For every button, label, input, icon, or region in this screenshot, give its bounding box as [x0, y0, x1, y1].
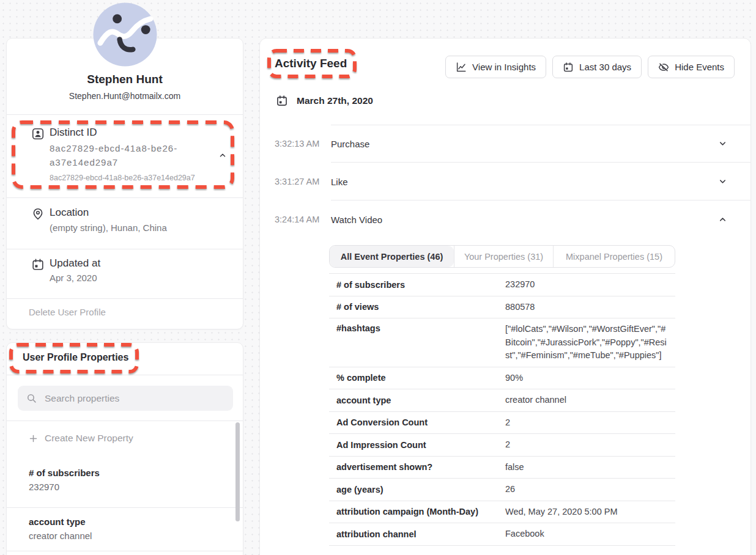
property-name: # of views — [329, 302, 505, 312]
event-row[interactable]: 3:24:14 AM Watch Video — [260, 200, 750, 238]
distinct-id-sub-value: 8ac27829-ebcd-41a8-be26-a37e14ed29a7 — [50, 174, 195, 182]
property-value: creator channel — [29, 531, 92, 541]
properties-panel-title: User Profile Properties — [23, 352, 128, 363]
divider — [7, 551, 243, 551]
table-row: Ad Conversion Count 2 — [329, 412, 675, 435]
feed-date-header: March 27th, 2020 — [276, 95, 373, 107]
mixpanel-user-profile-page: { "colors": { "annotation_red": "#f2503d… — [0, 0, 756, 555]
location-label: Location — [50, 207, 89, 219]
property-value: 90% — [505, 367, 675, 389]
property-value: ["#lolCats","#Wilson","#WorstGiftEver","… — [505, 318, 675, 367]
property-name: Ad Conversion Count — [329, 417, 505, 427]
table-row: advertisement shown? false — [329, 457, 675, 479]
hide-events-label: Hide Events — [675, 62, 724, 72]
property-value: 232970 — [505, 274, 675, 296]
table-row: #hashtags ["#lolCats","#Wilson","#WorstG… — [329, 318, 675, 367]
updated-at-label: Updated at — [50, 257, 100, 270]
table-row: age (years) 26 — [329, 479, 675, 501]
distinct-id-value: 8ac27829-ebcd-41a8-be26- a37e14ed29a7 — [50, 141, 209, 169]
property-name: % complete — [329, 373, 505, 383]
event-time: 3:32:13 AM — [275, 139, 319, 149]
chevron-up-icon[interactable] — [718, 215, 727, 224]
event-name: Purchase — [331, 139, 369, 149]
property-value: 880578 — [505, 296, 675, 318]
create-new-property-label: Create New Property — [45, 433, 133, 444]
user-profile-properties-card: User Profile Properties Create New Prope… — [6, 342, 243, 555]
property-name: #hashtags — [329, 318, 505, 333]
property-name: account type — [29, 516, 86, 527]
chevron-down-icon[interactable] — [718, 139, 727, 149]
location-value: (empty string), Hunan, China — [50, 222, 167, 233]
chevron-down-icon[interactable] — [718, 177, 727, 186]
date-range-button[interactable]: Last 30 days — [552, 56, 642, 78]
table-row: account type creator channel — [329, 389, 675, 412]
event-properties-tabs: All Event Properties (46) Your Propertie… — [329, 245, 675, 268]
property-value: Wed, May 27, 2020 5:00 PM — [505, 501, 675, 523]
event-name: Watch Video — [331, 215, 382, 225]
eye-off-icon — [658, 62, 669, 73]
distinct-id-value-line1: 8ac27829-ebcd-41a8-be26- — [50, 141, 209, 155]
divider — [7, 249, 243, 249]
divider — [7, 375, 243, 375]
create-new-property-button[interactable]: Create New Property — [29, 433, 133, 444]
view-in-insights-label: View in Insights — [472, 62, 536, 72]
event-row[interactable]: 3:32:13 AM Purchase — [260, 125, 750, 163]
id-badge-icon — [31, 127, 45, 141]
property-value: creator channel — [505, 389, 675, 411]
scrollbar-thumb[interactable] — [235, 422, 240, 521]
table-row: attribution channel Facebook — [329, 523, 675, 546]
date-range-label: Last 30 days — [579, 62, 631, 72]
delete-user-profile-button[interactable]: Delete User Profile — [29, 307, 106, 317]
divider — [7, 197, 243, 198]
feed-date-text: March 27th, 2020 — [297, 95, 373, 106]
tab-all-event-properties[interactable]: All Event Properties (46) — [330, 246, 454, 267]
feed-toolbar: View in Insights Last 30 days Hide Event… — [445, 56, 735, 78]
map-pin-icon — [31, 207, 45, 221]
divider — [7, 421, 243, 421]
event-detail-panel: All Event Properties (46) Your Propertie… — [329, 245, 675, 546]
property-name: attribution channel — [329, 529, 505, 539]
activity-feed-card: Activity Feed View in Insights Last 30 d… — [259, 38, 751, 555]
view-in-insights-button[interactable]: View in Insights — [445, 56, 546, 78]
calendar-icon — [563, 62, 574, 73]
event-time: 3:31:27 AM — [275, 177, 319, 186]
updated-at-value: Apr 3, 2020 — [50, 273, 97, 283]
divider — [7, 114, 243, 115]
property-value: 2 — [505, 434, 675, 456]
user-name: Stephen Hunt — [7, 73, 243, 86]
divider — [7, 507, 243, 508]
table-row: # of subscribers 232970 — [329, 274, 675, 296]
property-value: 232970 — [29, 482, 59, 492]
tab-mixpanel-properties[interactable]: Mixpanel Properties (15) — [553, 246, 675, 267]
table-row: attribution campaign (Month-Day) Wed, Ma… — [329, 501, 675, 524]
property-name: # of subscribers — [29, 468, 100, 478]
calendar-icon — [276, 95, 288, 107]
event-properties-table: # of subscribers 232970 # of views 88057… — [329, 273, 675, 546]
line-chart-icon — [456, 62, 467, 73]
calendar-icon — [31, 258, 45, 271]
table-row: Ad Impression Count 2 — [329, 434, 675, 457]
user-profile-card: Stephen Hunt Stephen.Hunt@hotmailx.com D… — [6, 38, 243, 329]
search-properties-box — [18, 386, 233, 411]
property-name: attribution campaign (Month-Day) — [329, 507, 505, 516]
user-avatar-icon — [93, 2, 157, 67]
property-value: 26 — [505, 479, 675, 501]
distinct-id-label: Distinct ID — [50, 127, 97, 139]
activity-feed-title: Activity Feed — [275, 57, 347, 70]
plus-icon — [29, 434, 38, 443]
event-row[interactable]: 3:31:27 AM Like — [260, 163, 750, 200]
distinct-id-value-line2: a37e14ed29a7 — [50, 155, 209, 169]
table-row: % complete 90% — [329, 367, 675, 390]
property-name: age (years) — [329, 485, 505, 494]
search-properties-input[interactable] — [18, 386, 233, 411]
table-row: # of views 880578 — [329, 296, 675, 319]
divider — [7, 298, 243, 299]
property-name: Ad Impression Count — [329, 440, 505, 450]
hide-events-button[interactable]: Hide Events — [648, 56, 735, 78]
property-name: advertisement shown? — [329, 462, 505, 472]
property-value: 2 — [505, 412, 675, 434]
event-name: Like — [331, 177, 348, 187]
tab-your-properties[interactable]: Your Properties (31) — [454, 246, 553, 267]
chevron-up-icon[interactable] — [218, 151, 227, 160]
event-time: 3:24:14 AM — [275, 215, 319, 224]
